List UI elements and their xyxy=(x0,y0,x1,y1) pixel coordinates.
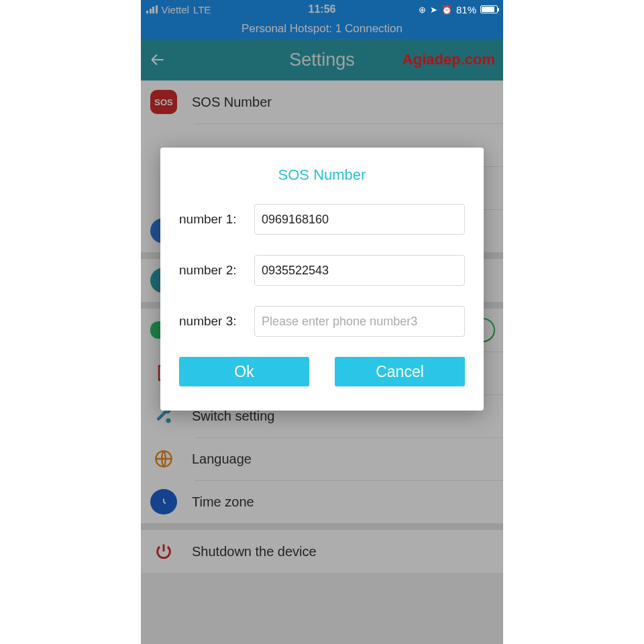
battery-icon xyxy=(480,5,498,13)
input-number-2[interactable] xyxy=(254,255,465,286)
battery-pct-label: 81% xyxy=(456,4,476,15)
input-number-1[interactable] xyxy=(254,204,465,235)
label-number-2: number 2: xyxy=(179,263,254,278)
label-number-3: number 3: xyxy=(179,314,254,329)
sos-number-dialog: SOS Number number 1: number 2: number 3:… xyxy=(160,148,484,411)
lock-rotation-icon: ⊕ xyxy=(419,5,426,14)
ok-button[interactable]: Ok xyxy=(179,357,309,386)
location-icon: ➤ xyxy=(430,5,437,14)
field-number-2: number 2: xyxy=(179,255,465,286)
dialog-button-row: Ok Cancel xyxy=(179,357,465,386)
field-number-3: number 3: xyxy=(179,306,465,337)
dialog-title: SOS Number xyxy=(179,166,465,184)
label-number-1: number 1: xyxy=(179,212,254,227)
input-number-3[interactable] xyxy=(254,306,465,337)
field-number-1: number 1: xyxy=(179,204,465,235)
alarm-icon: ⏰ xyxy=(441,5,452,14)
cancel-button[interactable]: Cancel xyxy=(335,357,465,386)
